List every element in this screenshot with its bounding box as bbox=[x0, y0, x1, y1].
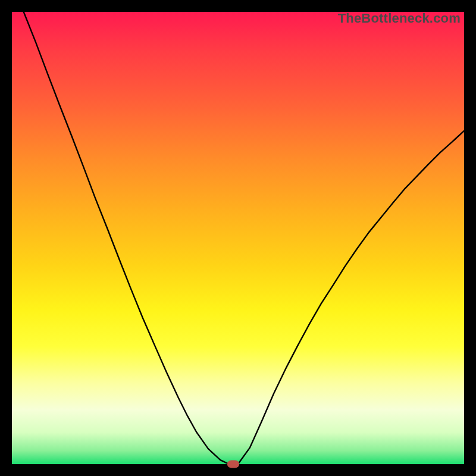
watermark-text: TheBottleneck.com bbox=[338, 11, 461, 26]
optimal-marker bbox=[227, 461, 239, 468]
chart-frame: TheBottleneck.com bbox=[12, 12, 464, 464]
curve-layer bbox=[12, 12, 464, 464]
bottleneck-curve bbox=[12, 0, 464, 464]
plot-area bbox=[12, 12, 464, 464]
